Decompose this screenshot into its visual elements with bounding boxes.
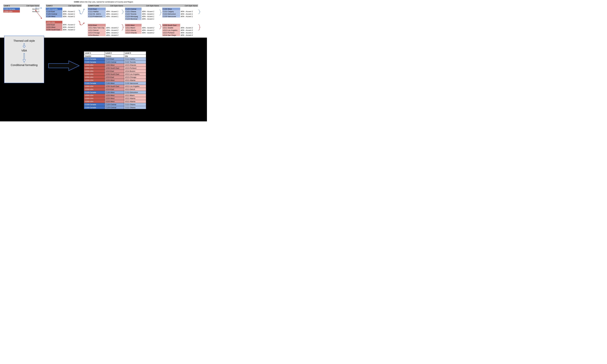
style-header-3a: Cell Style Name xyxy=(106,4,124,7)
level3-style: 40% - Accent 1 xyxy=(141,13,159,15)
level3-item: C132-Edmonton xyxy=(162,13,180,15)
table-row: U200-USA U230-South East U212-Los Angele… xyxy=(84,85,146,88)
result-city: U212-Atlanta xyxy=(124,79,146,82)
result-country: C100-Canada xyxy=(84,103,105,106)
level2-style: 60% - Accent 1 xyxy=(62,10,82,13)
level3-style: 40% - Accent 1 xyxy=(141,15,159,17)
level3-item: U214-Boston xyxy=(88,34,106,36)
level1-style: Accent 1 xyxy=(20,8,40,10)
flow-step-3: Conditional formatting xyxy=(5,64,43,67)
table-row: U200-USA U220-West U212-Atlanta xyxy=(84,97,146,100)
result-country: U200-USA xyxy=(84,76,105,79)
result-city: U214-Boston xyxy=(124,70,146,73)
title-bold: CODE xyxy=(74,1,79,3)
svg-marker-5 xyxy=(83,23,84,24)
level2-item: U200-USA xyxy=(46,21,62,23)
result-country: U200-USA xyxy=(84,70,105,73)
level2-style: 60% - Accent 1 xyxy=(62,13,82,15)
level2-style: 60% - Accent 2 xyxy=(62,26,82,28)
level3-item: C124-Montreal xyxy=(125,17,141,20)
level1-style: Accent 2 xyxy=(20,10,40,13)
level3-head: U210-East xyxy=(88,24,106,26)
result-subheader-country: Country xyxy=(84,54,105,58)
result-region: C130-West xyxy=(105,91,124,94)
style-header-3b: Cell Style Name xyxy=(141,4,159,7)
result-region: U230-South East xyxy=(105,67,124,70)
result-region: C120-Central xyxy=(105,103,124,106)
result-city: U212-Los Angeles xyxy=(124,73,146,76)
style-header-3c: Cell Style Name xyxy=(179,4,198,7)
result-city: C133-Vancouver xyxy=(124,82,146,85)
result-country: U200-USA xyxy=(84,79,105,82)
result-city: U211-Miami xyxy=(124,94,146,97)
result-country: U200-USA xyxy=(84,94,105,97)
arrow-right-icon xyxy=(48,60,80,72)
table-row: U200-USA U230-South East U213-Portland xyxy=(84,67,146,70)
result-country: U200-USA xyxy=(84,67,105,70)
flow-box: Themed cell style VBA Conditional format… xyxy=(4,36,44,83)
result-country: C100-Canada xyxy=(84,58,105,61)
result-city: U213-Portland xyxy=(124,67,146,70)
level2-block: Level 2 Cell Style Name C100-Canada C110… xyxy=(46,4,82,31)
result-region: C110-East xyxy=(105,58,124,61)
level2-style: 60% - Accent 2 xyxy=(62,28,82,31)
level2-item: U210-East xyxy=(46,23,62,26)
level3-item: U211-Miami xyxy=(125,26,141,29)
result-country: C100-Canada xyxy=(84,61,105,64)
result-region: U220-West xyxy=(105,94,124,97)
title-rest: before the City Lists, named for combina… xyxy=(79,1,133,3)
level2-style: 60% - Accent 1 xyxy=(62,15,82,17)
level3-item: C111-Halifax xyxy=(88,10,106,13)
table-row: U200-USA U230-South East U212-Los Angele… xyxy=(84,73,146,76)
result-region: U220-West xyxy=(105,100,124,103)
result-region: U230-South East xyxy=(105,85,124,88)
level3-style: 40% - Accent 1 xyxy=(180,13,199,15)
svg-marker-1 xyxy=(41,8,42,9)
level3-block: Level 3 Lists Cell Style Name Cell Style… xyxy=(88,4,201,36)
result-city: U212-Atlanta xyxy=(124,97,146,100)
level2-style xyxy=(62,8,82,10)
level3-head: U220-West xyxy=(125,24,141,26)
level3-item: U212-Atlanta xyxy=(125,29,141,31)
level3-style: 40% - Accent 2 xyxy=(141,26,159,29)
result-city: C121-Ottawa xyxy=(124,106,146,109)
result-region: U220-West xyxy=(105,64,124,67)
level2-item: C110-East xyxy=(46,10,62,13)
result-header-l1: Level 1 xyxy=(84,52,105,54)
level1-item: U200-USA xyxy=(3,10,20,13)
level3-item: U212-Los Angeles xyxy=(162,29,180,31)
svg-marker-3 xyxy=(41,18,42,19)
result-city: U212-Atlanta xyxy=(124,100,146,103)
level3-item: C113-Fredericton xyxy=(88,15,106,17)
result-city: C111-Halifax xyxy=(124,58,146,61)
table-row: C100-Canada C130-West C132-Edmonton xyxy=(84,91,146,94)
level3-item: U212-Detroit xyxy=(88,29,106,31)
level3-style: 40% - Accent 2 xyxy=(106,26,124,29)
table-row: U200-USA U210-East U212-Detroit xyxy=(84,88,146,91)
level3-style: 40% - Accent 2 xyxy=(180,31,199,34)
result-city: U212-Los Angeles xyxy=(124,85,146,88)
level1-item: C100-Canada xyxy=(3,8,20,10)
result-city: U213-Chicago xyxy=(124,76,146,79)
level3-item: U214-San Diego xyxy=(162,34,180,36)
table-row: C100-Canada C130-West C133-Vancouver xyxy=(84,82,146,85)
level2-style xyxy=(62,21,82,23)
level3-style: 40% - Accent 1 xyxy=(180,15,199,17)
result-region: C130-West xyxy=(105,82,124,85)
level3-item: C123-Winnipeg xyxy=(125,15,141,17)
arrow-down-icon xyxy=(23,43,26,48)
page-title: CODE before the City Lists, named for co… xyxy=(0,1,207,4)
level2-item: U230-South East xyxy=(46,28,62,31)
style-header-2: Cell Style Name xyxy=(62,4,82,7)
level3-head: C130-West xyxy=(162,8,180,10)
level3-head: C120-Central xyxy=(125,8,141,10)
result-header-l3: Level 3 xyxy=(124,52,146,54)
bottom-region: Themed cell style VBA Conditional format… xyxy=(0,38,207,121)
level1-header: Level 1 xyxy=(3,4,20,7)
level3-style: 40% - Accent 2 xyxy=(141,29,159,31)
level3-style: 40% - Accent 2 xyxy=(180,26,199,29)
level3-style: 40% - Accent 2 xyxy=(180,34,199,36)
result-region: U210-East xyxy=(105,70,124,73)
level2-header: Level 2 xyxy=(46,4,62,7)
level3-header: Level 3 Lists xyxy=(88,4,106,7)
